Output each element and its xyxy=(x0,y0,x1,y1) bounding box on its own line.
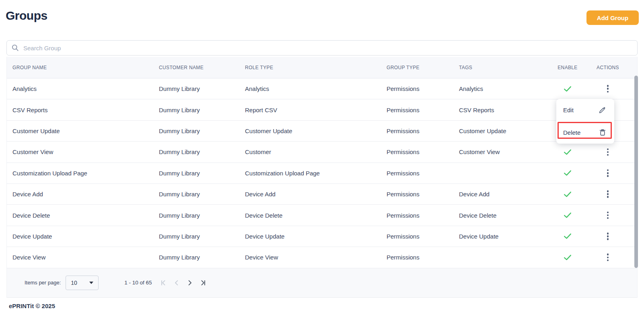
row-actions-menu-button[interactable] xyxy=(604,209,612,221)
cell-role-type: Customization Upload Page xyxy=(245,170,387,177)
first-page-button[interactable] xyxy=(158,278,168,288)
cell-enable xyxy=(546,149,589,155)
cell-role-type: Device Update xyxy=(245,233,387,240)
last-page-button[interactable] xyxy=(198,278,208,288)
row-context-menu: Edit Delete xyxy=(556,99,614,144)
row-actions-menu-button[interactable] xyxy=(604,167,612,179)
groups-page: Groups Add Group GROUP NAME CUSTOMER NAM… xyxy=(0,0,644,317)
cell-group-type: Permissions xyxy=(387,170,459,177)
table-row: Device Update Dummy Library Device Updat… xyxy=(7,226,637,247)
cell-role-type: Customer Update xyxy=(245,128,387,134)
cell-actions xyxy=(589,251,626,263)
cell-role-type: Report CSV xyxy=(245,107,387,113)
first-page-icon xyxy=(160,279,167,286)
cell-role-type: Device Add xyxy=(245,191,387,198)
cell-enable xyxy=(546,191,589,198)
cell-group-name: Customization Upload Page xyxy=(7,170,159,177)
table-row: Device Delete Dummy Library Device Delet… xyxy=(7,205,637,226)
add-group-button[interactable]: Add Group xyxy=(586,10,639,25)
cell-group-name: CSV Reports xyxy=(7,107,159,113)
vertical-scrollbar-thumb[interactable] xyxy=(634,76,638,268)
row-actions-menu-button[interactable] xyxy=(604,251,612,263)
cell-group-type: Permissions xyxy=(387,254,459,261)
column-header-tags: TAGS xyxy=(459,65,546,70)
search-bar xyxy=(6,40,638,56)
table-row: Customer Update Dummy Library Customer U… xyxy=(7,121,637,142)
column-header-customer-name: CUSTOMER NAME xyxy=(159,65,245,70)
cell-customer-name: Dummy Library xyxy=(159,170,245,177)
column-header-group-name: GROUP NAME xyxy=(7,65,159,70)
cell-group-name: Device Delete xyxy=(7,212,159,219)
cell-enable xyxy=(546,212,589,218)
table-row: Customization Upload Page Dummy Library … xyxy=(7,163,637,184)
cell-tags: Customer View xyxy=(459,148,546,155)
check-icon xyxy=(564,191,572,198)
cell-group-name: Device Add xyxy=(7,191,159,198)
cell-group-type: Permissions xyxy=(387,148,459,155)
cell-customer-name: Dummy Library xyxy=(159,233,245,240)
table-row: Customer View Dummy Library Customer Per… xyxy=(7,142,637,163)
cell-customer-name: Dummy Library xyxy=(159,254,245,261)
page-title: Groups xyxy=(6,9,47,23)
groups-table: GROUP NAME CUSTOMER NAME ROLE TYPE GROUP… xyxy=(6,57,638,298)
pagination-range-label: 1 - 10 of 65 xyxy=(124,280,152,286)
column-header-enable: ENABLE xyxy=(546,65,589,70)
check-icon xyxy=(564,233,572,239)
search-input[interactable] xyxy=(23,45,632,51)
cell-group-type: Permissions xyxy=(387,233,459,240)
next-page-button[interactable] xyxy=(185,278,195,288)
table-header-row: GROUP NAME CUSTOMER NAME ROLE TYPE GROUP… xyxy=(7,57,637,78)
row-actions-menu-button[interactable] xyxy=(604,83,612,95)
cell-group-type: Permissions xyxy=(387,191,459,198)
table-row: Device View Dummy Library Device View Pe… xyxy=(7,247,637,268)
prev-page-icon xyxy=(173,279,180,286)
content-area: GROUP NAME CUSTOMER NAME ROLE TYPE GROUP… xyxy=(6,40,638,309)
cell-enable xyxy=(546,86,589,92)
cell-customer-name: Dummy Library xyxy=(159,107,245,113)
cell-enable xyxy=(546,170,589,176)
cell-group-type: Permissions xyxy=(387,212,459,219)
column-header-group-type: GROUP TYPE xyxy=(387,65,459,70)
search-icon xyxy=(12,44,19,51)
cell-customer-name: Dummy Library xyxy=(159,148,245,155)
cell-group-name: Analytics xyxy=(7,85,159,92)
row-actions-menu-button[interactable] xyxy=(604,188,612,200)
check-icon xyxy=(564,149,572,155)
page-header: Groups Add Group xyxy=(0,0,644,40)
cell-tags: CSV Reports xyxy=(459,107,546,113)
cell-role-type: Device View xyxy=(245,254,387,261)
check-icon xyxy=(564,86,572,92)
cell-customer-name: Dummy Library xyxy=(159,128,245,134)
cell-tags: Device Add xyxy=(459,191,546,198)
table-row: Analytics Dummy Library Analytics Permis… xyxy=(7,78,637,99)
context-menu-item-edit[interactable]: Edit xyxy=(556,99,614,121)
cell-role-type: Analytics xyxy=(245,85,387,92)
cell-actions xyxy=(589,209,626,221)
pagination-bar: Items per page: 10 1 - 10 of 65 xyxy=(7,268,637,298)
cell-actions xyxy=(589,188,626,200)
cell-group-name: Device View xyxy=(7,254,159,261)
cell-role-type: Customer xyxy=(245,148,387,155)
check-icon xyxy=(564,254,572,261)
cell-tags: Device Update xyxy=(459,233,546,240)
cell-group-type: Permissions xyxy=(387,107,459,113)
items-per-page-select[interactable]: 10 xyxy=(66,276,99,290)
row-actions-menu-button[interactable] xyxy=(604,146,612,158)
items-per-page-label: Items per page: xyxy=(25,280,61,286)
table-row: CSV Reports Dummy Library Report CSV Per… xyxy=(7,99,637,120)
cell-tags: Analytics xyxy=(459,85,546,92)
items-per-page-value: 10 xyxy=(71,280,77,286)
cell-tags: Device Delete xyxy=(459,212,546,219)
footer-copyright: ePRINTit © 2025 xyxy=(9,303,638,309)
row-actions-menu-button[interactable] xyxy=(604,231,612,242)
cell-customer-name: Dummy Library xyxy=(159,85,245,92)
edit-label: Edit xyxy=(563,107,574,113)
last-page-icon xyxy=(200,279,207,286)
context-menu-item-delete[interactable]: Delete xyxy=(556,121,614,144)
cell-actions xyxy=(589,167,626,179)
cell-group-type: Permissions xyxy=(387,85,459,92)
pagination-nav xyxy=(158,278,208,288)
cell-group-type: Permissions xyxy=(387,128,459,134)
delete-label: Delete xyxy=(563,129,580,136)
prev-page-button[interactable] xyxy=(172,278,181,288)
